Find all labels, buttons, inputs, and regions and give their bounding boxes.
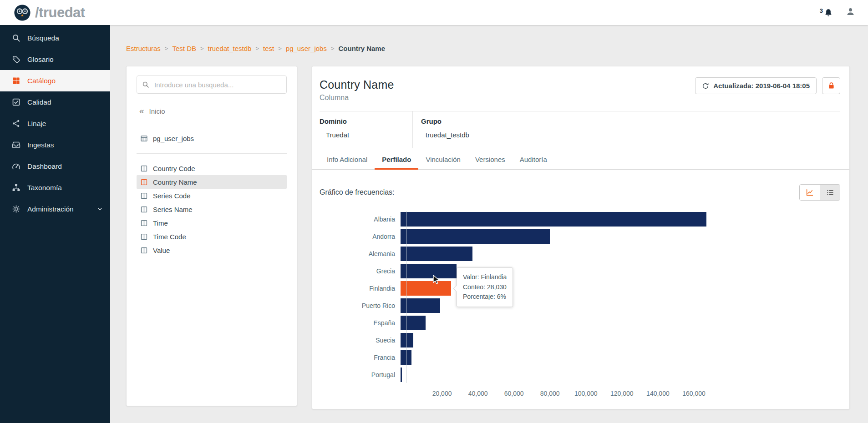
column-icon [140, 165, 148, 172]
chart-bar-alemania[interactable] [401, 247, 472, 261]
tooltip-porcentaje: Porcentaje: 6% [463, 292, 507, 302]
column-item-series-code[interactable]: Series Code [137, 189, 287, 202]
column-icon [140, 178, 148, 186]
brand-wordmark: /truedat [35, 5, 85, 21]
field-label: Dominio [320, 117, 412, 125]
sidebar-item-ingestas[interactable]: Ingestas [0, 134, 110, 156]
tab-vinculacion[interactable]: Vinculación [418, 151, 467, 169]
frequency-chart: AlbaniaAndorraAlemaniaGreciaFinlandiaPue… [320, 211, 840, 400]
breadcrumb-separator: > [278, 45, 282, 52]
chart-row-grecia: Grecia [320, 262, 840, 280]
tab-perfilado[interactable]: Perfilado [375, 151, 418, 170]
list-icon [826, 188, 834, 196]
chart-row-suecia: Suecia [320, 332, 840, 349]
field-grupo: Grupo truedat_testdb [413, 111, 469, 148]
table-item-pg-user-jobs[interactable]: pg_user_jobs [137, 131, 287, 146]
column-item-country-code[interactable]: Country Code [137, 161, 287, 175]
y-axis-line [406, 211, 406, 383]
x-tick-label: 100,000 [574, 390, 598, 397]
lock-button[interactable] [822, 77, 840, 94]
breadcrumb-item-test[interactable]: test [263, 45, 274, 52]
sidebar-nav: BúsquedaGlosarioCatálogoCalidadLinajeIng… [0, 27, 110, 220]
chart-bar-espana[interactable] [401, 316, 426, 330]
search-icon [12, 34, 20, 42]
chart-bar-grecia[interactable] [401, 264, 457, 278]
grid-icon [12, 76, 20, 85]
tag-icon [12, 55, 20, 64]
user-icon [846, 7, 855, 16]
user-menu-button[interactable] [846, 7, 855, 18]
search-input[interactable] [137, 76, 287, 94]
sidebar-item-label: Glosario [27, 55, 54, 64]
app-header: /truedat 3 [0, 0, 868, 25]
updated-label: Actualizada: 2019-06-04 18:05 [713, 82, 810, 90]
chart-category-label: Suecia [320, 337, 401, 344]
sidebar-item-linaje[interactable]: Linaje [0, 113, 110, 134]
inbox-icon [12, 141, 20, 149]
tab-versiones[interactable]: Versiones [468, 151, 513, 169]
sidebar-item-label: Administración [27, 205, 74, 213]
refresh-updated-button[interactable]: Actualizada: 2019-06-04 18:05 [695, 77, 817, 94]
x-tick-label: 20,000 [432, 390, 452, 397]
chart-category-label: Albania [320, 216, 401, 223]
column-item-country-name[interactable]: Country Name [137, 175, 287, 189]
sidebar-item-busqueda[interactable]: Búsqueda [0, 27, 110, 49]
sidebar-item-glosario[interactable]: Glosario [0, 49, 110, 70]
tabs: Info AdicionalPerfiladoVinculaciónVersio… [312, 151, 849, 170]
chart-category-label: Puerto Rico [320, 302, 401, 309]
chart-bar-albania[interactable] [401, 212, 706, 227]
chart-bar-puerto-rico[interactable] [401, 298, 440, 313]
column-icon [140, 247, 148, 254]
chart-view-button[interactable] [800, 185, 820, 200]
breadcrumb-item-test-db[interactable]: Test DB [172, 45, 196, 52]
breadcrumb-item-country-name: Country Name [339, 45, 386, 52]
column-item-value[interactable]: Value [137, 243, 287, 257]
chart-bar-finlandia[interactable] [401, 281, 451, 296]
back-label: Inicio [149, 107, 165, 115]
divider [137, 123, 287, 123]
column-item-series-name[interactable]: Series Name [137, 202, 287, 216]
column-list: Country CodeCountry NameSeries CodeSerie… [137, 161, 287, 257]
column-icon [140, 233, 148, 241]
tab-auditoria[interactable]: Auditoría [513, 151, 554, 169]
field-dominio: Dominio Truedat [320, 111, 413, 148]
chart-category-label: Finlandia [320, 285, 401, 292]
sidebar: BúsquedaGlosarioCatálogoCalidadLinajeIng… [0, 25, 110, 423]
tooltip-conteo: Conteo: 28,030 [463, 282, 507, 292]
chart-bar-andorra[interactable] [401, 229, 550, 244]
divider [137, 153, 287, 154]
chart-row-finlandia: Finlandia [320, 280, 840, 297]
chart-category-label: Andorra [320, 233, 401, 240]
sidebar-item-catalogo[interactable]: Catálogo [0, 70, 110, 91]
column-item-time[interactable]: Time [137, 216, 287, 230]
x-tick-label: 60,000 [504, 390, 524, 397]
chart-row-puerto-rico: Puerto Rico [320, 297, 840, 314]
breadcrumb-item-estructuras[interactable]: Estructuras [126, 45, 161, 52]
column-item-label: Series Code [153, 192, 191, 200]
breadcrumb-item-pg-user-jobs[interactable]: pg_user_jobs [286, 45, 327, 52]
share-icon [12, 119, 20, 128]
brand-logo[interactable]: /truedat [14, 4, 85, 21]
breadcrumb: Estructuras>Test DB>truedat_testdb>test>… [126, 45, 850, 52]
list-view-button[interactable] [820, 185, 840, 200]
chart-bar-portugal[interactable] [401, 368, 402, 382]
sidebar-item-administracion[interactable]: Administración [0, 198, 110, 220]
detail-header: Country Name Columna Actualizada: 2019-0… [320, 78, 840, 102]
breadcrumb-item-truedat-testdb[interactable]: truedat_testdb [208, 45, 252, 52]
column-item-label: Time Code [153, 233, 186, 241]
sidebar-item-label: Ingestas [27, 141, 54, 149]
sidebar-item-calidad[interactable]: Calidad [0, 91, 110, 113]
back-to-inicio[interactable]: Inicio [139, 107, 287, 115]
column-item-time-code[interactable]: Time Code [137, 230, 287, 243]
tab-info-adicional[interactable]: Info Adicional [320, 151, 375, 169]
tooltip-valor: Valor: Finlandia [463, 272, 507, 282]
sidebar-item-taxonomia[interactable]: Taxonomía [0, 177, 110, 198]
sidebar-item-dashboard[interactable]: Dashboard [0, 156, 110, 177]
search-box [137, 76, 287, 94]
column-item-label: Country Code [153, 165, 195, 172]
breadcrumb-separator: > [165, 45, 168, 52]
notifications-button[interactable]: 3 [820, 8, 833, 17]
chart-bar-suecia[interactable] [401, 333, 413, 347]
sidebar-item-label: Calidad [27, 98, 51, 106]
x-tick-label: 40,000 [468, 390, 488, 397]
